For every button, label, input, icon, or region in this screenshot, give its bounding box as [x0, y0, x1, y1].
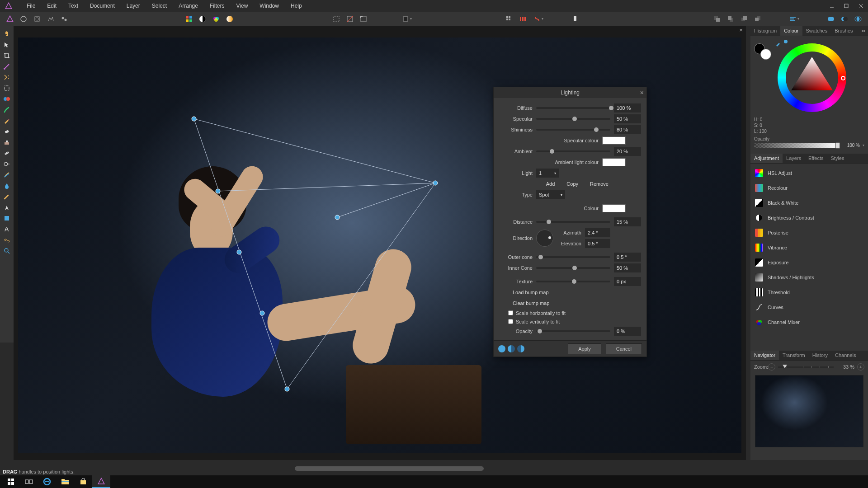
adj-recolour[interactable]: Recolour: [750, 180, 868, 195]
store-icon[interactable]: [74, 475, 92, 488]
quicksquash-icon[interactable]: ▾: [397, 14, 417, 24]
tab-history[interactable]: History: [809, 351, 831, 360]
maximize-button[interactable]: [839, 0, 854, 12]
tab-layers[interactable]: Layers: [783, 154, 805, 163]
scale-h-checkbox[interactable]: Scale horizontally to fit: [508, 309, 641, 317]
light-copy[interactable]: Copy: [566, 181, 584, 187]
distance-slider[interactable]: [536, 221, 610, 223]
shape-tool-icon[interactable]: [1, 213, 12, 223]
start-button[interactable]: [2, 475, 20, 488]
selection-diagonal-icon[interactable]: [344, 14, 355, 24]
zoom-tool-icon[interactable]: [1, 246, 12, 256]
inner-cone-value[interactable]: 50 %: [614, 263, 641, 272]
flood-select-icon[interactable]: [1, 72, 12, 82]
dodge-tool-icon[interactable]: [1, 159, 12, 169]
tab-histogram[interactable]: Histogram: [750, 26, 780, 36]
colour-triangle[interactable]: [788, 54, 835, 101]
ambient-colour-swatch[interactable]: [602, 158, 626, 166]
distance-value[interactable]: 15 %: [614, 217, 641, 226]
light-remove[interactable]: Remove: [590, 181, 614, 187]
menu-help[interactable]: Help: [285, 1, 308, 11]
persona-tone-icon[interactable]: [45, 14, 56, 24]
snapping-icon[interactable]: ▾: [531, 14, 546, 24]
adj-bw[interactable]: Black & White: [750, 195, 868, 210]
lighting-title[interactable]: Lighting×: [494, 87, 646, 98]
tab-swatches[interactable]: Swatches: [802, 26, 831, 36]
task-view-icon[interactable]: [20, 475, 38, 488]
arrange-1-icon[interactable]: [712, 14, 722, 24]
mixer-brush-icon[interactable]: [1, 170, 12, 180]
boolean-int-icon[interactable]: [853, 14, 863, 24]
opacity-slider[interactable]: [536, 330, 610, 332]
zoom-in-button[interactable]: +: [857, 363, 864, 371]
preset-2[interactable]: [508, 345, 515, 352]
type-select[interactable]: Spot▾: [536, 190, 565, 199]
tab-transform[interactable]: Transform: [779, 351, 809, 360]
persona-develop-icon[interactable]: [32, 14, 42, 24]
text-tool-icon[interactable]: A: [1, 224, 12, 234]
menu-select[interactable]: Select: [146, 1, 173, 11]
adj-curves[interactable]: Curves: [750, 300, 868, 314]
menu-arrange[interactable]: Arrange: [173, 1, 204, 11]
close-button[interactable]: [854, 0, 868, 12]
tab-styles[interactable]: Styles: [827, 154, 848, 163]
palette-icon[interactable]: [184, 14, 194, 24]
assistant-icon[interactable]: [570, 14, 580, 24]
inner-cone-slider[interactable]: [536, 267, 610, 269]
eyedropper-icon[interactable]: [775, 41, 781, 47]
texture-value[interactable]: 0 px: [614, 277, 641, 286]
arrange-3-icon[interactable]: [739, 14, 750, 24]
azimuth-value[interactable]: 2,4 °: [585, 228, 610, 237]
menu-document[interactable]: Document: [84, 1, 121, 11]
arrange-2-icon[interactable]: [725, 14, 736, 24]
move-tool-icon[interactable]: [1, 40, 12, 50]
boolean-sub-icon[interactable]: [839, 14, 850, 24]
clone-tool-icon[interactable]: [1, 137, 12, 147]
arrange-4-icon[interactable]: [752, 14, 763, 24]
zoom-value[interactable]: 33 %: [836, 364, 854, 370]
hand-tool-icon[interactable]: [1, 29, 12, 39]
adj-shadows-highlights[interactable]: Shadows / Highlights: [750, 270, 868, 285]
contrast-circle-icon[interactable]: [197, 14, 208, 24]
light-add[interactable]: Add: [546, 181, 561, 187]
ambient-slider[interactable]: [536, 150, 610, 152]
smudge-tool-icon[interactable]: [1, 192, 12, 202]
adj-bright-contrast[interactable]: Brightness / Contrast: [750, 210, 868, 225]
distribute-icon[interactable]: [517, 14, 528, 24]
load-bump-button[interactable]: Load bump map: [509, 288, 552, 296]
tab-adjustment[interactable]: Adjustment: [750, 154, 783, 163]
preset-3[interactable]: [517, 345, 524, 352]
cancel-button[interactable]: Cancel: [606, 343, 642, 354]
persona-photo-icon[interactable]: [5, 14, 15, 24]
menu-layer[interactable]: Layer: [121, 1, 146, 11]
colour-opacity-slider[interactable]: [754, 143, 838, 148]
light-colour-swatch[interactable]: [602, 204, 626, 212]
explorer-icon[interactable]: [56, 475, 74, 488]
document-close-icon[interactable]: ×: [738, 27, 744, 33]
apply-button[interactable]: Apply: [568, 343, 601, 354]
boolean-add-icon[interactable]: [826, 14, 836, 24]
lighting-close-icon[interactable]: ×: [640, 89, 644, 96]
paint-brush-icon[interactable]: [1, 105, 12, 115]
secondary-colour-swatch[interactable]: [760, 49, 771, 60]
adj-channel-mixer[interactable]: Channel Mixer: [750, 314, 868, 329]
adj-exposure[interactable]: Exposure: [750, 255, 868, 270]
navigator-preview[interactable]: [755, 375, 863, 447]
adj-vibrance[interactable]: Vibrance: [750, 240, 868, 255]
menu-file[interactable]: File: [21, 1, 41, 11]
pencil-tool-icon[interactable]: [1, 116, 12, 126]
gradient-circle-icon[interactable]: [224, 14, 235, 24]
ambient-value[interactable]: 20 %: [614, 147, 641, 156]
outer-cone-slider[interactable]: [536, 256, 610, 258]
crop-tool-icon[interactable]: [1, 51, 12, 61]
colour-opacity-value[interactable]: 100 %: [841, 143, 860, 148]
menu-window[interactable]: Window: [254, 1, 285, 11]
specular-value[interactable]: 50 %: [614, 114, 641, 123]
direction-dial[interactable]: [536, 230, 553, 247]
adj-hsl[interactable]: HSL Adjust: [750, 165, 868, 180]
blur-tool-icon[interactable]: [1, 181, 12, 191]
clear-bump-button[interactable]: Clear bump map: [509, 299, 553, 307]
persona-liquify-icon[interactable]: [18, 14, 29, 24]
adj-threshold[interactable]: Threshold: [750, 285, 868, 300]
selection-dashed-icon[interactable]: [331, 14, 342, 24]
